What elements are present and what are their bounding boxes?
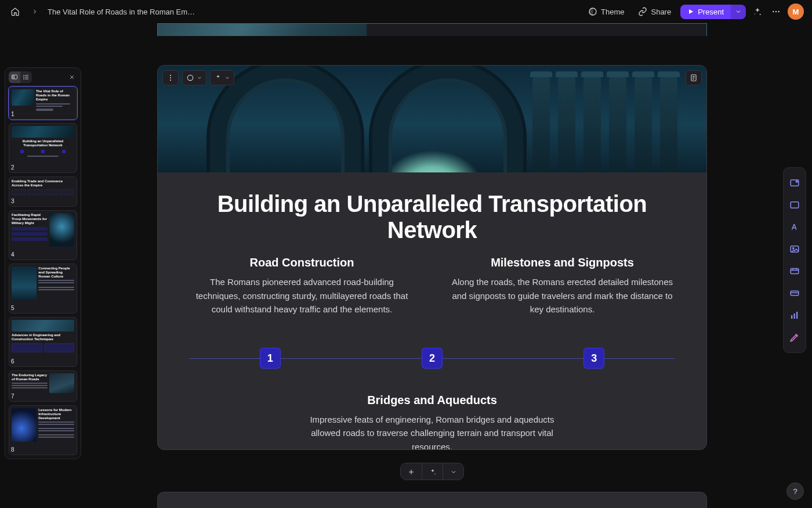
card-style-button[interactable] (788, 176, 802, 190)
thumbnail[interactable]: Facilitating Rapid Troop Movements for M… (9, 210, 77, 260)
image-button[interactable] (788, 242, 802, 256)
thumb-number: 6 (11, 358, 14, 365)
slide-ai-button[interactable] (210, 70, 234, 85)
svg-rect-30 (796, 312, 798, 319)
home-button[interactable] (8, 5, 22, 19)
block-heading: Bridges and Aqueducts (307, 394, 557, 407)
view-outline[interactable] (20, 71, 32, 83)
slide-panel-head (9, 71, 77, 83)
svg-point-5 (775, 11, 777, 12)
add-slide-dropdown[interactable] (443, 463, 463, 480)
next-slide-peek[interactable] (157, 492, 707, 508)
svg-rect-19 (791, 202, 799, 208)
topbar: The Vital Role of Roads in the Roman Emp… (0, 0, 812, 23)
thumb-title: Connecting People and Spreading Roman Cu… (38, 266, 74, 279)
thumbnail[interactable]: Advances in Engineering and Construction… (9, 317, 77, 367)
sparkle-button[interactable] (751, 5, 764, 19)
thumbnails: The Vital Role of Roads in the Roman Emp… (9, 87, 77, 455)
present-label: Present (698, 8, 724, 16)
timeline-node[interactable]: 1 (260, 348, 281, 369)
avatar-initial: M (793, 8, 799, 16)
block-heading: Milestones and Signposts (449, 256, 675, 269)
svg-point-6 (778, 11, 779, 12)
slide-menu-button[interactable] (162, 70, 179, 85)
theme-label: Theme (601, 8, 624, 16)
svg-rect-22 (791, 269, 799, 274)
timeline-node[interactable]: 2 (422, 348, 443, 369)
canvas[interactable]: Building an Unparalleled Transportation … (87, 23, 777, 508)
svg-point-4 (773, 11, 774, 12)
more-button[interactable] (769, 5, 783, 19)
slide-hero-image (158, 66, 706, 172)
svg-point-41 (434, 474, 436, 475)
add-slide-bar (400, 463, 464, 480)
slide-toolbar-left (162, 70, 234, 85)
right-toolbar (783, 167, 806, 353)
thumb-title: Advances in Engineering and Construction… (12, 333, 74, 341)
node-label: 1 (267, 352, 273, 365)
svg-point-13 (24, 77, 24, 78)
theme-button[interactable]: Theme (583, 5, 629, 19)
avatar[interactable]: M (788, 3, 804, 20)
slide-notes-button[interactable] (686, 70, 702, 85)
present-group: Present (680, 5, 746, 19)
thumb-title: Lessons for Modern Infrastructure Develo… (38, 408, 74, 421)
previous-slide-peek[interactable] (157, 23, 707, 36)
block-body: Along the roads, the Romans erected deta… (449, 275, 675, 316)
svg-point-21 (793, 247, 794, 248)
chart-button[interactable] (788, 308, 802, 322)
thumbnail[interactable]: Building an Unparalleled Transportation … (9, 123, 77, 173)
present-button[interactable]: Present (680, 5, 731, 19)
add-ai-slide[interactable] (422, 463, 443, 480)
timeline-nodes: 1 2 3 (189, 338, 675, 379)
timeline-node[interactable]: 3 (583, 348, 604, 369)
block-heading: Road Construction (189, 256, 415, 269)
svg-rect-29 (794, 314, 795, 319)
content-block-2[interactable]: Milestones and Signposts Along the roads… (449, 256, 675, 316)
svg-point-31 (170, 75, 171, 76)
svg-point-2 (760, 14, 761, 15)
present-dropdown[interactable] (731, 5, 746, 19)
layout-button[interactable] (788, 198, 802, 212)
svg-rect-8 (13, 76, 14, 78)
thumb-title: Building an Unparalleled Transportation … (12, 139, 74, 147)
block-body: The Romans pioneered advanced road-build… (189, 275, 415, 316)
help-button[interactable]: ? (786, 482, 804, 500)
thumbnail[interactable]: Connecting People and Spreading Roman Cu… (9, 264, 77, 314)
draw-button[interactable] (788, 330, 802, 344)
thumb-title: The Vital Role of Roads in the Roman Emp… (36, 89, 74, 102)
thumbnail[interactable]: The Vital Role of Roads in the Roman Emp… (9, 87, 77, 120)
thumb-number: 2 (11, 164, 14, 171)
share-button[interactable]: Share (633, 5, 676, 19)
add-blank-slide[interactable] (401, 463, 422, 480)
timeline[interactable]: 1 2 3 (189, 338, 675, 379)
thumb-title: Enabling Trade and Commerce Across the E… (12, 179, 74, 188)
thumb-number: 5 (11, 305, 14, 311)
slide-theme-button[interactable] (182, 70, 206, 85)
text-button[interactable] (788, 220, 802, 234)
content-block-3[interactable]: Bridges and Aqueducts Impressive feats o… (307, 394, 557, 450)
slide-panel: The Vital Role of Roads in the Roman Emp… (5, 67, 81, 459)
slide-body: Building an Unparalleled Transportation … (158, 172, 706, 450)
topbar-left: The Vital Role of Roads in the Roman Emp… (8, 5, 578, 19)
thumbnail[interactable]: The Enduring Legacy of Roman Roads 7 (9, 370, 77, 402)
svg-point-32 (170, 77, 171, 78)
current-slide[interactable]: Building an Unparalleled Transportation … (157, 65, 707, 450)
thumbnail[interactable]: Enabling Trade and Commerce Across the E… (9, 176, 77, 207)
thumb-number: 3 (11, 198, 14, 204)
document-title[interactable]: The Vital Role of Roads in the Roman Emp… (48, 8, 198, 16)
close-panel-button[interactable] (67, 72, 77, 82)
chevron-right-icon (28, 5, 42, 19)
slide-title[interactable]: Building an Unparalleled Transportation … (189, 191, 675, 243)
svg-point-12 (24, 75, 24, 76)
svg-point-34 (187, 75, 193, 81)
video-button[interactable] (788, 264, 802, 278)
svg-point-3 (755, 13, 755, 14)
content-block-1[interactable]: Road Construction The Romans pioneered a… (189, 256, 415, 316)
thumbnail[interactable]: Lessons for Modern Infrastructure Develo… (9, 405, 77, 455)
thumb-title: Facilitating Rapid Troop Movements for M… (12, 213, 48, 226)
thumb-number: 4 (11, 251, 14, 258)
view-thumbnails[interactable] (9, 71, 20, 83)
embed-button[interactable] (788, 286, 802, 300)
block-body: Impressive feats of engineering, Roman b… (307, 413, 557, 450)
